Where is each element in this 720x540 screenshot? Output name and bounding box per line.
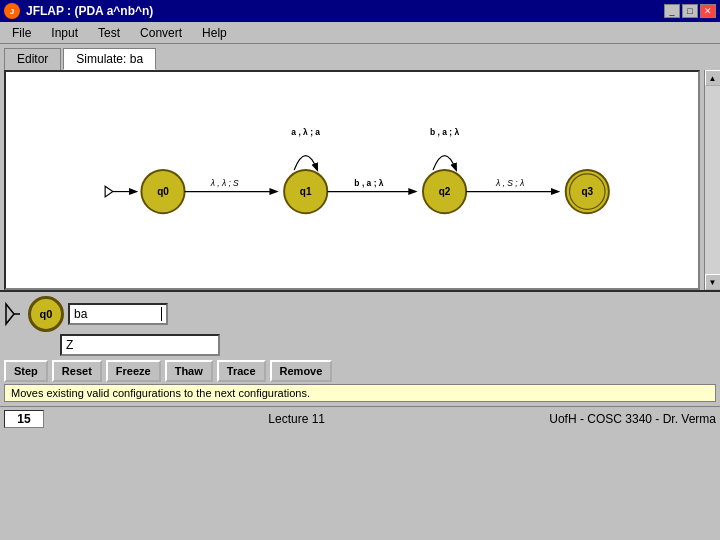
main-content: q0 λ , λ ; S q1 a , λ ; a b , a ; λ q2: [0, 70, 720, 290]
tab-simulate[interactable]: Simulate: ba: [63, 48, 156, 70]
trans-q2-q3-label: λ , S ; λ: [495, 178, 524, 188]
start-triangle: [105, 186, 113, 197]
svg-marker-0: [6, 304, 14, 324]
current-state-circle: q0: [28, 296, 64, 332]
state-display: q0 ba Z: [4, 296, 220, 356]
trans-q1-self-arrow: [294, 156, 317, 170]
vertical-scrollbar: ▲ ▼: [704, 70, 720, 290]
input-value: ba: [74, 307, 87, 321]
menu-input[interactable]: Input: [43, 24, 86, 42]
current-state-label: q0: [40, 308, 53, 320]
stack-display: Z: [60, 334, 220, 356]
trans-q0-q1-label: λ , λ ; S: [210, 178, 239, 188]
main-window: J JFLAP : (PDA a^nb^n) _ □ ✕ File Input …: [0, 0, 720, 540]
scroll-track[interactable]: [705, 86, 720, 274]
scroll-up-button[interactable]: ▲: [705, 70, 721, 86]
trace-button[interactable]: Trace: [217, 360, 266, 382]
tooltip-bar: Moves existing valid configurations to t…: [4, 384, 716, 402]
state-q0-label: q0: [157, 186, 169, 197]
input-display[interactable]: ba: [68, 303, 168, 325]
button-row: Step Reset Freeze Thaw Trace Remove: [4, 360, 716, 382]
remove-button[interactable]: Remove: [270, 360, 333, 382]
trans-q2-self-label: b , a ; λ: [430, 127, 459, 137]
maximize-button[interactable]: □: [682, 4, 698, 18]
bottom-panel: q0 ba Z Step Reset F: [0, 290, 720, 406]
trans-q2-self-arrow: [433, 156, 456, 170]
stack-row: Z: [4, 334, 220, 356]
simulation-panel: q0 ba Z: [4, 296, 716, 356]
status-right: UofH - COSC 3340 - Dr. Verma: [549, 412, 716, 426]
trans-q1-q2-label: b , a ; λ: [354, 178, 383, 188]
menu-test[interactable]: Test: [90, 24, 128, 42]
minimize-button[interactable]: _: [664, 4, 680, 18]
trans-q1-self-label: a , λ ; a: [291, 127, 320, 137]
slide-number: 15: [4, 410, 44, 428]
pda-diagram: q0 λ , λ ; S q1 a , λ ; a b , a ; λ q2: [6, 72, 698, 288]
state-input-row: q0 ba: [4, 296, 220, 332]
app-icon: J: [4, 3, 20, 19]
stack-value: Z: [66, 338, 73, 352]
menu-convert[interactable]: Convert: [132, 24, 190, 42]
tab-editor[interactable]: Editor: [4, 48, 61, 70]
state-q1-label: q1: [300, 186, 312, 197]
titlebar-left: J JFLAP : (PDA a^nb^n): [4, 3, 153, 19]
scroll-down-button[interactable]: ▼: [705, 274, 721, 290]
statusbar: 15 Lecture 11 UofH - COSC 3340 - Dr. Ver…: [0, 406, 720, 430]
thaw-button[interactable]: Thaw: [165, 360, 213, 382]
menu-help[interactable]: Help: [194, 24, 235, 42]
close-button[interactable]: ✕: [700, 4, 716, 18]
start-indicator-icon: [4, 296, 24, 332]
titlebar: J JFLAP : (PDA a^nb^n) _ □ ✕: [0, 0, 720, 22]
menubar: File Input Test Convert Help: [0, 22, 720, 44]
reset-button[interactable]: Reset: [52, 360, 102, 382]
state-q3-label: q3: [581, 186, 593, 197]
titlebar-controls: _ □ ✕: [664, 4, 716, 18]
step-button[interactable]: Step: [4, 360, 48, 382]
menu-file[interactable]: File: [4, 24, 39, 42]
tooltip-text: Moves existing valid configurations to t…: [11, 387, 310, 399]
window-title: JFLAP : (PDA a^nb^n): [26, 4, 153, 18]
input-cursor: [161, 307, 162, 321]
status-center: Lecture 11: [44, 412, 549, 426]
tabbar: Editor Simulate: ba: [0, 44, 720, 70]
state-q2-label: q2: [439, 186, 451, 197]
diagram-area: q0 λ , λ ; S q1 a , λ ; a b , a ; λ q2: [4, 70, 700, 290]
freeze-button[interactable]: Freeze: [106, 360, 161, 382]
